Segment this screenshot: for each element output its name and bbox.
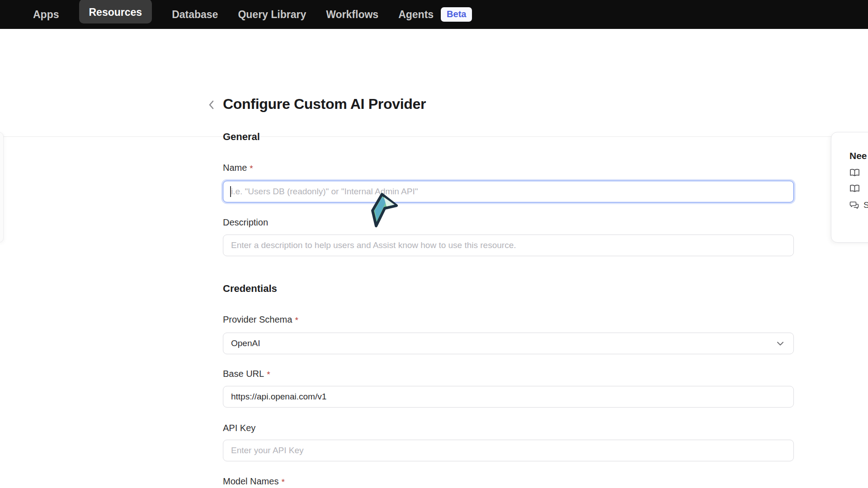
left-panel-edge [0,132,4,243]
page: Apps Resources Database Query Library Wo… [0,0,868,488]
nav-item-agents[interactable]: Agents [398,5,434,25]
api-key-input[interactable] [223,440,794,461]
required-marker: * [281,476,284,487]
help-link-docs-2[interactable] [849,184,868,193]
beta-badge: Beta [441,7,472,22]
description-field-label: Description [223,217,794,228]
provider-schema-select[interactable]: OpenAI [223,333,794,354]
page-header: Configure Custom AI Provider [0,29,868,108]
help-link-support[interactable]: S [849,200,868,210]
base-url-input[interactable] [223,386,794,408]
chevron-left-icon [207,99,216,111]
book-icon [849,184,860,193]
required-marker: * [267,369,270,380]
required-marker: * [295,314,298,325]
top-navigation-bar: Apps Resources Database Query Library Wo… [0,0,868,29]
back-button[interactable] [204,98,219,112]
name-field-label: Name * [223,163,794,174]
description-input[interactable] [223,235,794,256]
provider-schema-value: OpenAI [231,338,260,348]
text-caret [230,186,231,197]
help-card: Nee S [831,132,868,243]
provider-schema-field-label: Provider Schema * [223,314,794,325]
help-link-docs-1[interactable] [849,169,868,177]
nav-item-query-library[interactable]: Query Library [238,5,306,25]
chevron-down-icon [775,338,786,349]
base-url-field-label: Base URL * [223,369,794,380]
chat-icon [849,201,859,210]
api-key-field-label: API Key [223,423,794,433]
nav-item-apps[interactable]: Apps [33,5,59,25]
nav-item-workflows[interactable]: Workflows [326,5,378,25]
model-names-field-label: Model Names * [223,476,794,487]
section-heading-credentials: Credentials [223,283,794,295]
book-icon [849,169,860,177]
resource-config-form: General Name * Description Credentials P… [223,108,794,487]
section-heading-general: General [223,131,794,143]
nav-item-resources[interactable]: Resources [79,0,152,23]
help-card-title: Nee [849,150,868,161]
required-marker: * [250,163,253,174]
nav-item-database[interactable]: Database [172,5,218,25]
name-input[interactable] [223,181,794,202]
